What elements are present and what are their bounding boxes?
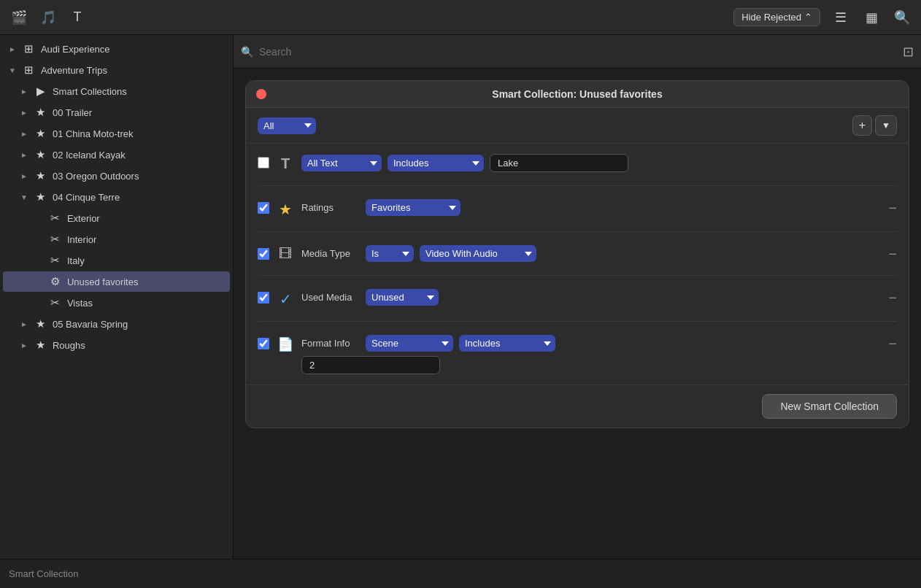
sidebar-item-italy[interactable]: ► ✂ Italy [3, 250, 230, 271]
match-select[interactable]: All Any None [258, 117, 316, 134]
arrow-icon: ► [20, 130, 28, 138]
grid-icon: ⊞ [22, 42, 36, 55]
arrow-icon: ► [20, 341, 28, 349]
sidebar-item-label: 02 Iceland Kayak [53, 150, 126, 160]
star-icon: ★ [34, 127, 48, 140]
sidebar-item-interior[interactable]: ► ✂ Interior [3, 229, 230, 249]
sidebar-item-label: Exterior [67, 213, 100, 224]
hide-rejected-label: Hide Rejected [741, 12, 801, 23]
sidebar-item-label: 04 Cinque Terre [53, 192, 120, 203]
star-icon: ★ [34, 190, 48, 204]
arrow-icon: ► [20, 172, 28, 180]
scissors-icon: ✂ [48, 254, 63, 267]
sidebar-item-audi-experience[interactable]: ► ⊞ Audi Experience [3, 39, 230, 59]
text-operator-select[interactable]: Includes Does Not Include [388, 155, 484, 171]
sidebar-item-vistas[interactable]: ► ✂ Vistas [3, 293, 230, 313]
folder-icon: ▶ [34, 85, 48, 98]
rule-text-controls: All Text Includes Does Not Include [301, 154, 897, 172]
media-operator-select[interactable]: Is Is Not [366, 245, 414, 262]
rule-row-format-info: 📄 Format Info Scene Reel Includes Does N… [258, 330, 897, 379]
arrow-icon: ▼ [9, 66, 16, 74]
title-icon[interactable]: T [67, 7, 88, 28]
sidebar-item-label: 03 Oregon Outdoors [53, 171, 139, 182]
sidebar-item-01-china[interactable]: ► ★ 01 China Moto-trek [3, 123, 230, 144]
rule-used-controls: Used Media Unused Used [301, 289, 881, 306]
remove-media-button[interactable]: − [888, 247, 897, 261]
toolbar-left: 🎬 🎵 T [9, 7, 88, 28]
panel-footer: New Smart Collection [246, 384, 909, 428]
text-field-select[interactable]: All Text [301, 155, 382, 171]
search-toolbar-icon[interactable]: 🔍 [892, 7, 912, 28]
gear-icon: ⚙ [48, 275, 63, 288]
rule-row-used-media: ✓ Used Media Unused Used − [258, 285, 897, 312]
toolbar-right: Hide Rejected ⌃ ☰ ▦ 🔍 [733, 7, 912, 28]
text-value-input[interactable] [490, 154, 628, 172]
list-view-icon[interactable]: ☰ [831, 7, 851, 28]
sidebar-item-label: 01 China Moto-trek [53, 128, 134, 139]
rule-ratings-checkbox[interactable] [258, 202, 269, 214]
rule-format-checkbox[interactable] [258, 338, 269, 349]
sidebar-item-00-trailer[interactable]: ► ★ 00 Trailer [3, 102, 230, 123]
sidebar-item-roughs[interactable]: ► ★ Roughs [3, 335, 230, 355]
hide-rejected-button[interactable]: Hide Rejected ⌃ [733, 8, 820, 26]
rule-text-checkbox[interactable] [258, 157, 269, 169]
sidebar-item-smart-collections[interactable]: ► ▶ Smart Collections [3, 81, 230, 101]
remove-format-button[interactable]: − [888, 336, 897, 351]
scissors-icon: ✂ [48, 296, 63, 309]
rule-ratings-controls: Ratings Favorites Rejected [301, 199, 881, 216]
star-icon: ★ [34, 317, 48, 330]
arrow-icon: ► [20, 109, 28, 117]
format-value-input[interactable] [301, 356, 440, 374]
checkmark-icon: ✓ [277, 290, 294, 308]
expand-button[interactable]: ▼ [875, 115, 897, 136]
star-icon: ★ [34, 169, 48, 182]
rule-row-media-type: 🎞 Media Type Is Is Not Video With Audio … [258, 241, 897, 266]
view-icon[interactable]: ⊡ [903, 44, 914, 60]
sidebar-item-label: 00 Trailer [53, 107, 92, 118]
rule-used-checkbox[interactable] [258, 292, 269, 303]
sidebar-item-label: Unused favorites [67, 276, 139, 287]
format-operator-select[interactable]: Includes Does Not Include [459, 335, 555, 352]
sidebar-item-label: Italy [67, 255, 85, 266]
format-field-select[interactable]: Scene Reel [366, 335, 453, 352]
add-rule-button[interactable]: + [852, 115, 872, 136]
sidebar-item-02-iceland[interactable]: ► ★ 02 Iceland Kayak [3, 144, 230, 165]
sidebar-item-label: Smart Collections [53, 86, 127, 97]
sidebar-item-05-bavaria[interactable]: ► ★ 05 Bavaria Spring [3, 314, 230, 334]
plus-icon: + [859, 119, 866, 132]
music-icon[interactable]: 🎵 [38, 7, 58, 28]
star-icon: ★ [277, 201, 294, 218]
grid-icon: ⊞ [22, 63, 36, 77]
rule-media-checkbox[interactable] [258, 248, 269, 260]
new-smart-collection-button[interactable]: New Smart Collection [762, 394, 897, 419]
search-input[interactable] [259, 46, 897, 58]
star-icon: ★ [34, 339, 48, 352]
search-icon: 🔍 [241, 46, 253, 58]
remove-ratings-button[interactable]: − [888, 201, 897, 215]
scissors-icon: ✂ [48, 212, 63, 225]
arrow-icon: ▼ [20, 193, 28, 201]
remove-used-button[interactable]: − [888, 290, 897, 305]
sidebar-item-04-cinque[interactable]: ▼ ★ 04 Cinque Terre [3, 187, 230, 207]
movie-icon[interactable]: 🎬 [9, 7, 29, 28]
panel-close-button[interactable] [256, 89, 266, 99]
status-label: Smart Collection [9, 568, 78, 579]
sidebar-item-03-oregon[interactable]: ► ★ 03 Oregon Outdoors [3, 166, 230, 186]
sidebar-item-adventure-trips[interactable]: ▼ ⊞ Adventure Trips [3, 60, 230, 80]
ratings-field-select[interactable]: Favorites Rejected [366, 199, 460, 216]
star-icon: ★ [34, 106, 48, 119]
arrow-icon: ► [20, 151, 28, 159]
rules-container: T All Text Includes Does Not Include [246, 144, 909, 384]
sidebar: ► ⊞ Audi Experience ▼ ⊞ Adventure Trips … [0, 35, 234, 559]
rule-ratings-label: Ratings [301, 202, 360, 213]
sidebar-item-exterior[interactable]: ► ✂ Exterior [3, 208, 230, 228]
search-bar: 🔍 ⊡ [234, 35, 921, 69]
grid-view-icon[interactable]: ▦ [861, 7, 882, 28]
used-value-select[interactable]: Unused Used [366, 289, 439, 306]
media-value-select[interactable]: Video With Audio Video Only Audio Only [420, 245, 536, 262]
panel-header: Smart Collection: Unused favorites [246, 81, 909, 108]
sidebar-item-unused-favorites[interactable]: ► ⚙ Unused favorites [3, 271, 230, 292]
chevron-down-icon: ▼ [882, 120, 890, 131]
arrow-icon: ► [9, 45, 16, 53]
arrow-icon: ► [20, 88, 28, 96]
